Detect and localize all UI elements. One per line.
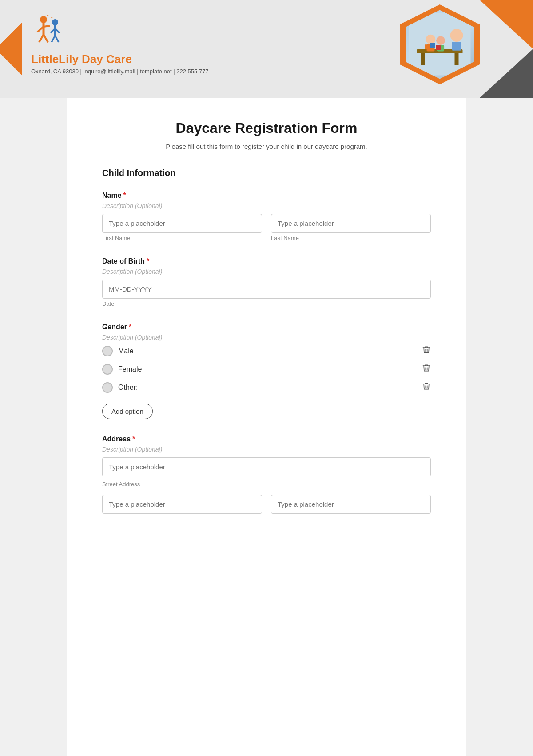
name-required-star: * [123, 192, 126, 200]
delete-other-icon[interactable] [422, 382, 431, 393]
radio-female[interactable] [102, 364, 113, 375]
logo-subtitle: Oxnard, CA 93030 | inquire@littlelily.ma… [31, 68, 209, 75]
radio-other[interactable] [102, 382, 113, 393]
svg-line-5 [44, 35, 48, 42]
header: ✦ ✦ LittleLily Day Care Oxnard, CA 93030… [0, 0, 533, 98]
svg-point-6 [52, 19, 58, 25]
gender-female-label: Female [118, 365, 422, 373]
city-container [102, 495, 262, 514]
gender-field-group: Gender * Description (Optional) Male Fem… [102, 323, 431, 419]
form-title: Daycare Registration Form [102, 120, 431, 136]
classroom-image [406, 10, 474, 79]
address-required-star: * [132, 435, 135, 443]
svg-line-4 [39, 35, 44, 42]
left-arrow-decoration [0, 22, 22, 76]
radio-male[interactable] [102, 346, 113, 356]
first-name-sublabel: First Name [102, 235, 262, 241]
name-inputs-row: First Name Last Name [102, 214, 431, 241]
gender-option-male[interactable]: Male [102, 345, 431, 356]
dob-sublabel: Date [102, 300, 431, 307]
right-arrow-top [480, 0, 533, 49]
svg-line-10 [52, 36, 55, 42]
hex-inner [406, 10, 474, 79]
street-address-input[interactable] [102, 457, 431, 476]
address-label: Address * [102, 435, 431, 443]
dob-input[interactable] [102, 280, 431, 299]
street-address-sublabel: Street Address [102, 481, 431, 488]
logo-icon: ✦ ✦ [31, 13, 67, 49]
logo-title: LittleLily Day Care [31, 52, 209, 66]
svg-rect-19 [452, 42, 461, 51]
state-input[interactable] [271, 495, 431, 514]
last-name-sublabel: Last Name [271, 235, 431, 241]
gender-other-label: Other: [118, 384, 422, 392]
gender-description: Description (Optional) [102, 334, 431, 341]
svg-rect-24 [425, 44, 430, 49]
first-name-input[interactable] [102, 214, 262, 233]
gender-option-other[interactable]: Other: [102, 382, 431, 393]
svg-rect-16 [421, 53, 425, 65]
state-container [271, 495, 431, 514]
city-input[interactable] [102, 495, 262, 514]
last-name-container: Last Name [271, 214, 431, 241]
hex-image-container [400, 4, 480, 84]
svg-line-3 [44, 26, 50, 27]
dob-field-group: Date of Birth * Description (Optional) D… [102, 257, 431, 307]
form-subtitle: Please fill out this form to register yo… [102, 143, 431, 150]
svg-rect-17 [455, 53, 459, 65]
svg-line-11 [55, 36, 59, 42]
gender-option-female[interactable]: Female [102, 364, 431, 375]
dob-required-star: * [147, 257, 149, 265]
header-right-decoration [346, 0, 533, 98]
last-name-input[interactable] [271, 214, 431, 233]
address-field-group: Address * Description (Optional) Street … [102, 435, 431, 514]
svg-point-20 [426, 35, 436, 44]
child-information-heading: Child Information [102, 168, 431, 178]
svg-text:✦: ✦ [46, 14, 49, 18]
gender-label: Gender * [102, 323, 431, 331]
svg-point-22 [436, 36, 445, 45]
delete-female-icon[interactable] [422, 364, 431, 375]
dob-description: Description (Optional) [102, 268, 431, 275]
add-option-button[interactable]: Add option [102, 404, 153, 419]
right-arrow-bottom [480, 49, 533, 98]
svg-rect-25 [430, 43, 435, 48]
delete-male-icon[interactable] [422, 345, 431, 356]
name-field-group: Name * Description (Optional) First Name… [102, 192, 431, 241]
svg-text:✦: ✦ [51, 16, 53, 19]
gender-required-star: * [129, 323, 131, 331]
logo-area: ✦ ✦ LittleLily Day Care Oxnard, CA 93030… [31, 13, 209, 75]
main-content: Daycare Registration Form Please fill ou… [67, 98, 466, 756]
dob-label: Date of Birth * [102, 257, 431, 265]
svg-rect-26 [436, 45, 441, 50]
address-city-state-row [102, 495, 431, 514]
address-description: Description (Optional) [102, 446, 431, 453]
name-description: Description (Optional) [102, 202, 431, 209]
first-name-container: First Name [102, 214, 262, 241]
gender-male-label: Male [118, 347, 422, 355]
name-label: Name * [102, 192, 431, 200]
svg-point-18 [450, 29, 463, 42]
